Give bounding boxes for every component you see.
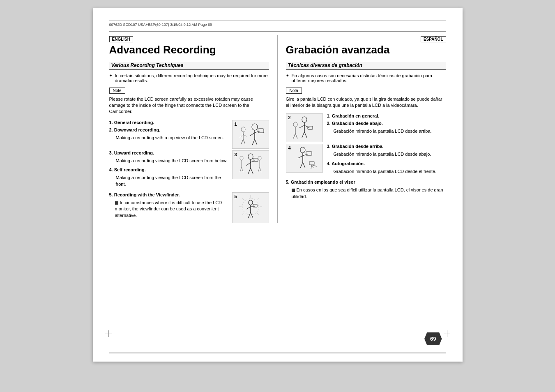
illus-col-3: 3 xyxy=(232,150,269,191)
page: 00762D SCD107 USA+ESP(60-107) 3/15/04 9:… xyxy=(93,8,463,362)
item-4-label: Self recording. xyxy=(114,167,146,172)
illus-4-label: 4 xyxy=(288,145,291,150)
svg-rect-58 xyxy=(306,152,312,155)
two-column-layout: ENGLISH Advanced Recording Various Recor… xyxy=(109,35,446,223)
svg-line-23 xyxy=(242,167,243,172)
espanol-note-label: Nota xyxy=(286,88,302,94)
svg-point-13 xyxy=(248,154,253,159)
svg-line-15 xyxy=(246,162,251,166)
espanol-badge: ESPAÑOL xyxy=(421,36,446,42)
svg-line-18 xyxy=(248,168,251,174)
es-items-1-2-row: 2 xyxy=(286,113,446,142)
illus-box-2: 2 xyxy=(286,113,323,142)
svg-point-24 xyxy=(258,156,261,160)
item-2-label: Downward recording. xyxy=(114,127,160,132)
bottom-border xyxy=(109,353,446,353)
es-item-5: 5. Grabación empleando el visor xyxy=(286,180,446,184)
svg-line-54 xyxy=(295,134,297,138)
item-2-num: 2. xyxy=(109,127,114,132)
svg-line-48 xyxy=(299,125,304,128)
es-items-text: 1. Grabación en general. 2. Grabación de… xyxy=(327,113,446,142)
es-item-1-label: Grabación en general. xyxy=(332,113,380,118)
items-1-2-row: 1. General recording. 2. Downward record… xyxy=(109,120,269,149)
english-section-heading: Various Recording Techniques xyxy=(109,61,269,70)
item-3-sub: Making a recording viewing the LCD scree… xyxy=(116,158,228,164)
es-item-4-sub: Grabación mirando la pantalla LCD desde … xyxy=(334,168,446,175)
item-5-row: 5. Recording with the Viewfinder. In cir… xyxy=(109,192,269,223)
illus-box-3: 3 xyxy=(232,150,269,179)
svg-line-32 xyxy=(257,213,259,215)
illus-box-1: 1 xyxy=(232,120,269,149)
item-1-num: 1. xyxy=(109,120,114,125)
illus-box-5: 5 xyxy=(232,192,269,223)
item-3: 3. Upward recording. xyxy=(109,150,228,155)
items-3-4-row: 3. Upward recording. Making a recording … xyxy=(109,150,269,191)
page-number-area: 69 xyxy=(424,332,442,345)
item-5: 5. Recording with the Viewfinder. xyxy=(109,192,228,197)
illus-1-label: 1 xyxy=(235,122,237,127)
svg-point-20 xyxy=(240,156,243,160)
svg-point-7 xyxy=(241,127,245,132)
english-title: Advanced Recording xyxy=(109,44,269,56)
item-4-sub: Making a recording viewing the LCD scree… xyxy=(116,175,228,187)
svg-point-44 xyxy=(302,117,307,122)
svg-line-9 xyxy=(240,134,243,138)
svg-line-6 xyxy=(255,139,257,145)
item-5-text: 5. Recording with the Viewfinder. In cir… xyxy=(109,192,228,223)
item-5-label: Recording with the Viewfinder. xyxy=(114,192,180,197)
espanol-intro-bullet: En algunos casos son necesarias distinta… xyxy=(286,73,446,83)
svg-line-60 xyxy=(300,162,303,168)
es-item-4: 4. Autograbación. xyxy=(327,161,446,166)
es-item-5-row: 5. Grabación empleando el visor En casos… xyxy=(286,180,446,200)
svg-line-22 xyxy=(240,167,242,172)
svg-line-61 xyxy=(303,162,305,168)
svg-line-64 xyxy=(311,165,312,169)
illus-col-2: 2 xyxy=(286,113,323,142)
illus-2-label: 2 xyxy=(288,115,291,120)
illus-3-label: 3 xyxy=(235,152,237,157)
svg-rect-65 xyxy=(309,161,314,165)
svg-line-2 xyxy=(250,133,255,136)
crosshair-bottom-left xyxy=(105,330,112,337)
svg-point-51 xyxy=(293,122,297,127)
item-1-label: General recording. xyxy=(114,120,154,125)
espanol-badge-wrapper: ESPAÑOL xyxy=(286,35,446,44)
svg-line-43 xyxy=(251,212,253,218)
item-1: 1. General recording. xyxy=(109,120,228,125)
items-3-4-text: 3. Upward recording. Making a recording … xyxy=(109,150,228,191)
es-item-3: 3. Grabación desde arriba. xyxy=(327,144,446,149)
svg-point-0 xyxy=(252,124,258,130)
svg-line-10 xyxy=(243,134,246,136)
svg-line-34 xyxy=(242,213,244,215)
espanol-title: Grabación avanzada xyxy=(286,44,446,56)
english-note-label: Note xyxy=(109,88,125,94)
square-bullet xyxy=(115,201,118,205)
es-items-3-4-row: 4 xyxy=(286,144,446,178)
page-number-badge: 69 xyxy=(424,332,442,345)
svg-line-19 xyxy=(251,168,253,174)
espanol-note-text: Gire la pantalla LCD con cuidado, ya que… xyxy=(286,96,446,109)
es-item-5-label: Grabación empleando el visor xyxy=(291,180,355,184)
svg-line-26 xyxy=(258,167,260,172)
svg-line-50 xyxy=(304,132,307,138)
es-item-1: 1. Grabación en general. xyxy=(327,113,446,118)
es-item-3-label: Grabación desde arriba. xyxy=(332,144,384,149)
item-4: 4. Self recording. xyxy=(109,167,228,172)
svg-line-36 xyxy=(242,198,244,201)
item-3-label: Upward recording. xyxy=(114,150,154,155)
illus-box-4: 4 xyxy=(286,144,323,173)
illus-col-4: 4 xyxy=(286,144,323,178)
es-item-2: 2. Grabación desde abajo. xyxy=(327,121,446,126)
es-item-2-label: Grabación desde abajo. xyxy=(332,121,383,126)
svg-line-46 xyxy=(304,125,309,128)
english-note-text: Please rotate the LCD screen carefully a… xyxy=(109,96,269,115)
svg-line-5 xyxy=(252,139,255,145)
es-item-2-sub: Grabación mirando la pantalla LCD desde … xyxy=(334,128,446,134)
svg-rect-4 xyxy=(258,129,264,133)
illus-5-label: 5 xyxy=(235,194,237,199)
svg-line-39 xyxy=(246,207,251,209)
svg-line-27 xyxy=(260,167,261,172)
svg-line-42 xyxy=(248,212,251,218)
es-item-5-sub: En casos en los que sea difícil utilizar… xyxy=(292,187,446,200)
svg-line-49 xyxy=(302,132,304,138)
